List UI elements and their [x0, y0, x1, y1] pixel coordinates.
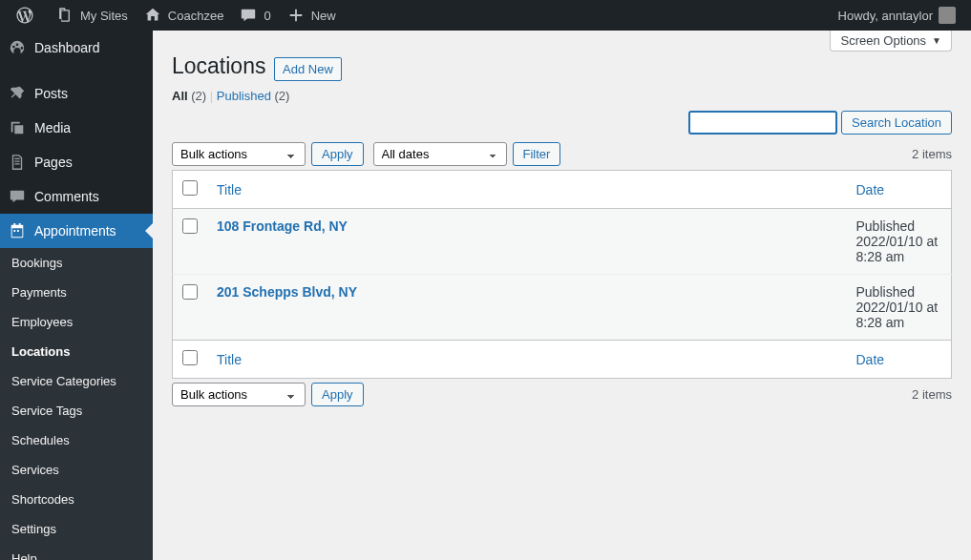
items-count: 2 items: [912, 147, 952, 161]
home-icon: [143, 6, 162, 25]
row-title-link[interactable]: 108 Frontage Rd, NY: [217, 218, 348, 234]
media-icon: [8, 118, 27, 137]
nav-label: Pages: [34, 155, 73, 170]
search-input[interactable]: [688, 111, 837, 135]
caret-down-icon: ▼: [932, 35, 941, 46]
filter-button[interactable]: Filter: [513, 142, 561, 166]
nav-media[interactable]: Media: [0, 111, 153, 145]
row-date-value: 2022/01/10 at 8:28 am: [856, 234, 939, 264]
page-title: Locations: [172, 53, 265, 79]
subnav-label: Service Categories: [11, 374, 116, 388]
add-new-button[interactable]: Add New: [274, 57, 342, 81]
subnav-service-tags[interactable]: Service Tags: [0, 396, 153, 425]
dates-select[interactable]: All dates: [373, 142, 507, 166]
subnav-schedules[interactable]: Schedules: [0, 425, 153, 429]
subnav-payments[interactable]: Payments: [0, 278, 153, 307]
nav-label: Dashboard: [34, 40, 100, 55]
howdy-label: Howdy, anntaylor: [838, 9, 933, 23]
wordpress-icon: [15, 6, 34, 25]
nav-appointments[interactable]: Appointments: [0, 214, 153, 248]
site-name-label: Coachzee: [168, 9, 224, 23]
screen-options-button[interactable]: Screen Options ▼: [830, 31, 952, 52]
my-sites-link[interactable]: My Sites: [48, 0, 136, 31]
status-filters: All (2) | Published (2): [172, 89, 952, 103]
pin-icon: [8, 84, 27, 103]
nav-comments[interactable]: Comments: [0, 179, 153, 214]
subnav-label: Locations: [11, 344, 70, 359]
row-checkbox[interactable]: [182, 218, 198, 234]
tablenav-top: Bulk actions Apply All dates Filter 2 it…: [172, 138, 952, 170]
subnav-label: Employees: [11, 315, 73, 329]
screen-options-label: Screen Options: [840, 33, 926, 48]
new-link[interactable]: New: [279, 0, 344, 31]
plus-icon: [286, 6, 306, 25]
row-date-status: Published: [856, 218, 916, 234]
select-all-top[interactable]: [182, 180, 198, 196]
howdy-link[interactable]: Howdy, anntaylor: [831, 0, 963, 31]
wp-logo[interactable]: [8, 0, 48, 31]
col-title: Title: [207, 171, 847, 209]
submenu-appointments: Bookings Payments Employees Locations Se…: [0, 248, 153, 429]
row-date-status: Published: [856, 284, 916, 300]
nav-label: Media: [34, 120, 71, 135]
bulk-actions-select[interactable]: Bulk actions: [172, 142, 306, 166]
nav-label: Appointments: [34, 223, 116, 239]
subnav-employees[interactable]: Employees: [0, 307, 153, 337]
subnav-bookings[interactable]: Bookings: [0, 248, 153, 278]
admin-sidebar: Dashboard Posts Media Pages Comments App…: [0, 31, 153, 429]
row-title-link[interactable]: 201 Schepps Blvd, NY: [217, 284, 357, 300]
col-date: Date: [847, 171, 952, 209]
comment-icon: [239, 6, 258, 25]
site-link[interactable]: Coachzee: [136, 0, 232, 31]
comments-link[interactable]: 0: [231, 0, 278, 31]
calendar-icon: [8, 221, 27, 240]
nav-posts[interactable]: Posts: [0, 76, 153, 111]
page-icon: [8, 153, 27, 172]
nav-pages[interactable]: Pages: [0, 145, 153, 179]
dashboard-icon: [8, 38, 27, 57]
network-icon: [55, 6, 74, 25]
comments-count: 0: [264, 9, 270, 23]
main-content: Screen Options ▼ Locations Add New All (…: [153, 0, 971, 429]
nav-dashboard[interactable]: Dashboard: [0, 31, 153, 65]
bulk-actions-select-bottom[interactable]: Bulk actions: [172, 383, 306, 406]
subnav-label: Service Tags: [11, 404, 82, 418]
table-row: 201 Schepps Blvd, NY Published 2022/01/1…: [173, 275, 952, 341]
subnav-label: Payments: [11, 285, 67, 300]
nav-label: Comments: [34, 189, 99, 204]
select-all-bottom[interactable]: [182, 350, 198, 365]
search-box: Search Location: [688, 111, 952, 135]
items-count-bottom: 2 items: [912, 387, 952, 402]
admin-bar: My Sites Coachzee 0 New Howdy, anntaylor: [0, 0, 971, 31]
col-title-foot: Title: [207, 341, 847, 379]
nav-label: Posts: [34, 86, 68, 101]
comment-icon: [8, 187, 27, 206]
subnav-service-categories[interactable]: Service Categories: [0, 366, 153, 396]
col-date-foot: Date: [847, 341, 952, 379]
filter-all-count: (2): [191, 89, 206, 103]
avatar: [939, 7, 956, 24]
filter-published-link[interactable]: Published: [217, 89, 271, 103]
apply-button[interactable]: Apply: [311, 142, 364, 166]
subnav-locations[interactable]: Locations: [0, 337, 153, 366]
locations-table: Title Date 108 Frontage Rd, NY Published…: [172, 170, 952, 379]
filter-published-count: (2): [275, 89, 290, 103]
row-checkbox[interactable]: [182, 284, 198, 300]
table-row: 108 Frontage Rd, NY Published 2022/01/10…: [173, 209, 952, 275]
subnav-label: Bookings: [11, 256, 62, 270]
tablenav-bottom: Bulk actions Apply 2 items: [172, 379, 952, 410]
row-date-value: 2022/01/10 at 8:28 am: [856, 300, 939, 330]
my-sites-label: My Sites: [80, 9, 128, 23]
filter-all-label[interactable]: All: [172, 89, 188, 103]
new-label: New: [311, 9, 336, 23]
apply-button-bottom[interactable]: Apply: [311, 383, 364, 406]
search-button[interactable]: Search Location: [841, 111, 952, 135]
